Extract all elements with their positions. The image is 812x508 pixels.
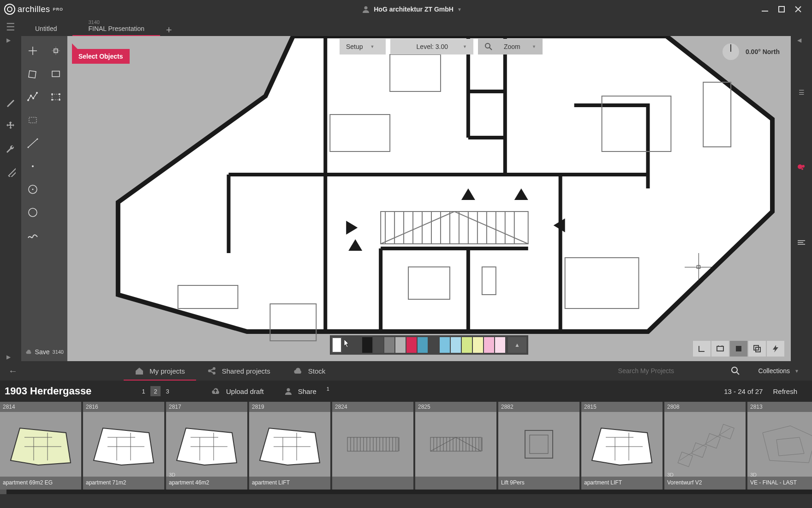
project-toolbar: 1903 Herdergasse 1 2 3 Upload draft Shar… [0,381,812,402]
point-tool[interactable] [22,40,44,62]
save-button[interactable]: Save 3140 [21,343,67,361]
circle-tool[interactable] [22,201,44,224]
svg-point-8 [27,99,29,101]
circle-center-tool[interactable] [22,178,44,200]
add-tab-button[interactable]: + [160,24,178,36]
close-button[interactable] [794,5,803,14]
swatch[interactable] [495,337,505,353]
scroll-knob[interactable] [0,490,6,494]
expand-rail-top[interactable]: ▶ [6,37,11,43]
swatch[interactable] [418,337,428,353]
tab-shared-projects[interactable]: Shared projects [196,361,281,381]
polygon-tool[interactable] [22,63,44,85]
swatch[interactable] [406,337,417,353]
thumbnail[interactable]: 2824 [332,402,413,490]
horizontal-scrollbar[interactable] [0,490,812,494]
pager: 1 2 3 [138,386,173,396]
mode-layers[interactable] [748,341,766,357]
expand-rail-bottom[interactable]: ▶ [6,354,11,360]
thumbnail[interactable]: 2815 apartment LIFT [581,402,663,490]
svg-rect-7 [52,71,60,77]
mode-solid[interactable] [730,341,747,357]
swatch[interactable] [462,337,472,353]
mode-flash[interactable] [767,341,784,357]
svg-rect-12 [52,94,60,100]
back-button[interactable]: ← [4,366,22,376]
hamburger-menu[interactable]: ☰ [2,18,19,36]
empty-slot [45,201,67,224]
freehand-tool[interactable] [22,224,44,247]
effects-icon[interactable] [795,161,808,174]
collections-dropdown[interactable]: Collections▼ [749,367,808,375]
thumbnail[interactable]: 2813 3D VE - FINAL - LAST [747,402,812,490]
tab-stock[interactable]: Stock [281,361,337,381]
canvas[interactable]: Select Objects Setup▼ Level: 3.00▼ Zoom▼… [67,36,791,361]
rectangle-tool[interactable] [45,63,67,85]
company-selector[interactable]: HoG architektur ZT GmbH ▼ [63,5,760,13]
save-label: Save [35,348,50,356]
share-icon [207,367,216,375]
page-1[interactable]: 1 [138,386,149,396]
thumb-label: Vorentwurf V2 [664,477,746,490]
swatch[interactable] [440,337,450,353]
dot-tool[interactable] [22,155,44,177]
thumbnail[interactable]: 2817 3D apartment 46m2 [166,402,247,490]
thumbnail[interactable]: 2882 Lift 9Pers [498,402,579,490]
swatch[interactable] [362,337,372,353]
thumbnail[interactable]: 2816 apartment 71m2 [83,402,164,490]
refresh-button[interactable]: Refresh [763,387,807,395]
search-button[interactable] [726,366,745,375]
line-tool[interactable] [22,132,44,154]
node-edit-tool[interactable] [45,86,67,108]
page-3[interactable]: 3 [162,386,173,396]
menu-icon[interactable]: ☰ [795,86,808,99]
mode-corner[interactable] [693,341,710,357]
swatch[interactable] [451,337,461,353]
tab-untitled[interactable]: Untitled [19,18,72,36]
wrench-tool[interactable] [4,142,17,155]
share-button[interactable]: Share 1 [274,387,340,395]
page-2[interactable]: 2 [150,386,161,396]
swatch[interactable] [384,337,394,353]
palette-expand[interactable]: ▲ [508,337,526,353]
draw-tool[interactable] [4,96,17,109]
select-objects-tag[interactable]: Select Objects [72,49,130,64]
svg-rect-5 [9,169,16,177]
svg-rect-65 [719,424,734,439]
maximize-button[interactable] [777,5,786,14]
polyline-tool[interactable] [22,86,44,108]
svg-point-0 [5,4,15,14]
zoom-dropdown[interactable]: Zoom▼ [478,39,543,54]
levels-icon[interactable] [795,236,808,248]
svg-point-23 [29,208,37,217]
swatch[interactable] [332,337,342,353]
selection-box-tool[interactable] [22,109,44,131]
ruler-tool[interactable] [4,165,17,178]
svg-rect-3 [762,11,768,12]
level-dropdown[interactable]: Level: 3.00▼ [390,39,473,54]
expand-right-rail[interactable]: ◀ [797,37,801,43]
snap-tool[interactable] [45,40,67,62]
tab-my-projects[interactable]: My projects [124,361,196,381]
compass-dial-icon [722,43,739,60]
swatch[interactable] [395,337,406,353]
swatch[interactable] [484,337,494,353]
compass[interactable]: 0.00° North [722,43,780,60]
tab-final-presentation[interactable]: 3140 FINAL Presentation [72,18,160,36]
user-icon [284,387,293,395]
thumbnail[interactable]: 2814 apartment 69m2 EG [0,402,81,490]
upload-draft-button[interactable]: Upload draft [200,387,274,395]
setup-dropdown[interactable]: Setup▼ [340,39,386,54]
thumbnail[interactable]: 2819 apartment LIFT [249,402,330,490]
swatch[interactable] [373,337,383,353]
svg-point-16 [59,99,60,101]
mode-frame[interactable] [711,341,729,357]
minimize-button[interactable] [760,5,770,14]
swatch[interactable] [473,337,483,353]
chevron-down-icon: ▼ [463,44,467,49]
thumbnail[interactable]: 2808 3D Vorentwurf V2 [664,402,746,490]
tab-row: ☰ Untitled 3140 FINAL Presentation + [0,18,812,36]
thumbnail[interactable]: 2825 [415,402,496,490]
search-input[interactable] [615,364,722,377]
move-tool[interactable] [4,119,17,132]
